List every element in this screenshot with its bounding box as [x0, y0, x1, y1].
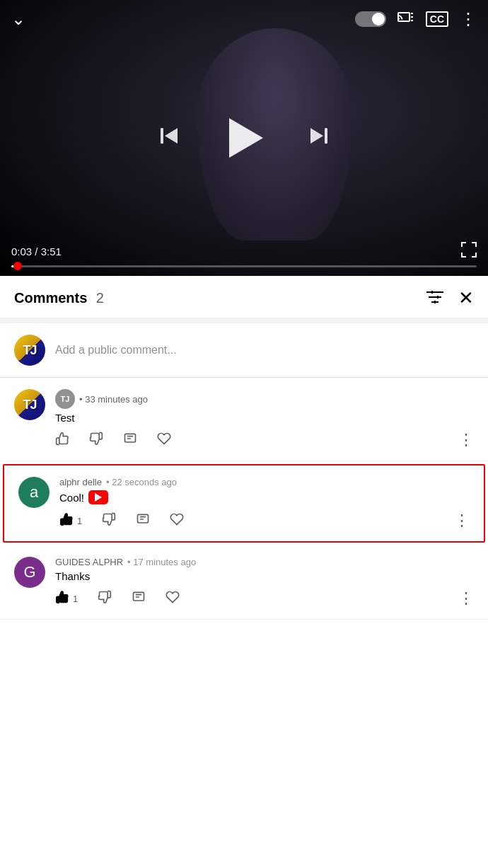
next-button[interactable] — [308, 125, 330, 152]
comment-actions: 1 — [59, 511, 470, 530]
comment-actions: ⋮ — [55, 431, 474, 449]
video-player[interactable]: ⌄ CC ⋮ — [0, 0, 488, 276]
like-button[interactable]: 1 — [59, 512, 82, 530]
reply-icon — [136, 512, 150, 530]
heart-icon — [157, 432, 171, 449]
thumbs-down-icon — [102, 512, 116, 530]
comment-text: Cool! — [59, 490, 470, 504]
comments-title: Comments — [14, 290, 87, 306]
svg-rect-11 — [125, 434, 136, 442]
youtube-logo-icon — [88, 490, 108, 504]
svg-rect-12 — [138, 514, 149, 523]
filter-icon[interactable] — [426, 289, 444, 308]
like-count: 1 — [77, 516, 82, 526]
add-comment-input[interactable]: Add a public comment... — [55, 344, 177, 357]
comment-body: GUIDES ALPHR • 17 minutes ago Thanks 1 — [55, 557, 474, 608]
comment-meta: GUIDES ALPHR • 17 minutes ago — [55, 557, 474, 567]
comment-author: • 33 minutes ago — [79, 394, 148, 405]
thumbs-up-icon — [59, 512, 74, 530]
like-count: 1 — [73, 594, 78, 604]
yt-play-icon — [95, 493, 102, 502]
comment-body: alphr delle • 22 seconds ago Cool! — [59, 477, 470, 530]
heart-button[interactable] — [157, 432, 171, 449]
svg-marker-4 — [310, 128, 323, 144]
heart-icon — [170, 512, 184, 530]
playback-controls — [158, 117, 330, 159]
reply-button[interactable] — [132, 590, 146, 608]
avatar: G — [14, 557, 45, 588]
comments-header-actions: ✕ — [426, 287, 474, 309]
comment-actions: 1 — [55, 589, 474, 608]
play-button[interactable] — [223, 117, 265, 159]
close-icon[interactable]: ✕ — [458, 287, 474, 309]
comment-more-button[interactable]: ⋮ — [458, 431, 474, 449]
avatar: a — [18, 477, 50, 508]
toggle-thumb — [372, 13, 385, 25]
dislike-button[interactable] — [89, 432, 103, 449]
cc-icon[interactable]: CC — [426, 11, 448, 27]
comment-meta: alphr delle • 22 seconds ago — [59, 477, 470, 487]
comment-header-row: G GUIDES ALPHR • 17 minutes ago Thanks — [14, 557, 474, 608]
comments-section: Comments 2 ✕ TJ Add a public comment... — [0, 276, 488, 620]
section-divider — [0, 318, 488, 323]
comment-author: alphr delle — [59, 477, 102, 487]
video-bottom-controls: 0:03 / 3:51 — [0, 236, 488, 276]
comment-item: TJ TJ • 33 minutes ago Test — [0, 378, 488, 461]
like-button[interactable] — [55, 432, 69, 449]
time-row: 0:03 / 3:51 — [11, 242, 477, 261]
svg-rect-3 — [325, 128, 327, 144]
comment-author: GUIDES ALPHR — [55, 557, 123, 567]
more-options-icon[interactable]: ⋮ — [460, 9, 477, 29]
cast-icon[interactable] — [397, 8, 414, 29]
heart-button[interactable] — [165, 590, 180, 608]
heart-icon — [165, 590, 180, 608]
video-time: 0:03 / 3:51 — [11, 245, 62, 257]
comments-title-group: Comments 2 — [14, 290, 104, 306]
comments-header: Comments 2 ✕ — [0, 276, 488, 318]
previous-button[interactable] — [158, 125, 180, 152]
add-comment-row: TJ Add a public comment... — [0, 323, 488, 378]
svg-rect-13 — [134, 592, 144, 601]
thumbs-down-icon — [89, 432, 103, 449]
reply-icon — [123, 432, 137, 449]
svg-rect-1 — [161, 128, 163, 144]
video-top-controls: ⌄ CC ⋮ — [0, 0, 488, 37]
svg-marker-2 — [165, 128, 178, 144]
like-button[interactable]: 1 — [55, 590, 78, 608]
heart-button[interactable] — [170, 512, 184, 530]
progress-dot — [13, 262, 22, 270]
chevron-down-icon[interactable]: ⌄ — [11, 9, 25, 29]
reply-button[interactable] — [136, 512, 150, 530]
comment-text: Test — [55, 412, 474, 424]
comment-body: TJ • 33 minutes ago Test — [55, 389, 474, 449]
comment-time: • 17 minutes ago — [127, 557, 196, 567]
comment-more-button[interactable]: ⋮ — [458, 589, 474, 608]
fullscreen-icon[interactable] — [461, 242, 477, 261]
reply-button[interactable] — [123, 432, 137, 449]
reply-icon — [132, 590, 146, 608]
comment-time: • 22 seconds ago — [106, 477, 177, 487]
comment-item-highlighted: a alphr delle • 22 seconds ago Cool! — [3, 464, 485, 543]
comments-count: 2 — [96, 290, 104, 306]
current-user-avatar: TJ — [14, 335, 45, 366]
comment-header-row: a alphr delle • 22 seconds ago Cool! — [18, 477, 470, 530]
thumbs-up-icon — [55, 432, 69, 449]
thumbs-down-icon — [98, 590, 112, 608]
play-triangle — [229, 118, 263, 158]
comment-text: Thanks — [55, 570, 474, 582]
dislike-button[interactable] — [98, 590, 112, 608]
thumbs-up-icon — [55, 590, 69, 608]
svg-rect-0 — [398, 13, 409, 21]
dislike-button[interactable] — [102, 512, 116, 530]
comment-meta: TJ • 33 minutes ago — [55, 389, 474, 409]
comment-more-button[interactable]: ⋮ — [454, 511, 470, 530]
author-badge: TJ — [55, 389, 75, 409]
comment-item: G GUIDES ALPHR • 17 minutes ago Thanks — [0, 545, 488, 620]
progress-bar[interactable] — [11, 265, 477, 267]
avatar: TJ — [14, 389, 45, 420]
pause-toggle[interactable] — [355, 11, 386, 27]
comment-header-row: TJ TJ • 33 minutes ago Test — [14, 389, 474, 449]
